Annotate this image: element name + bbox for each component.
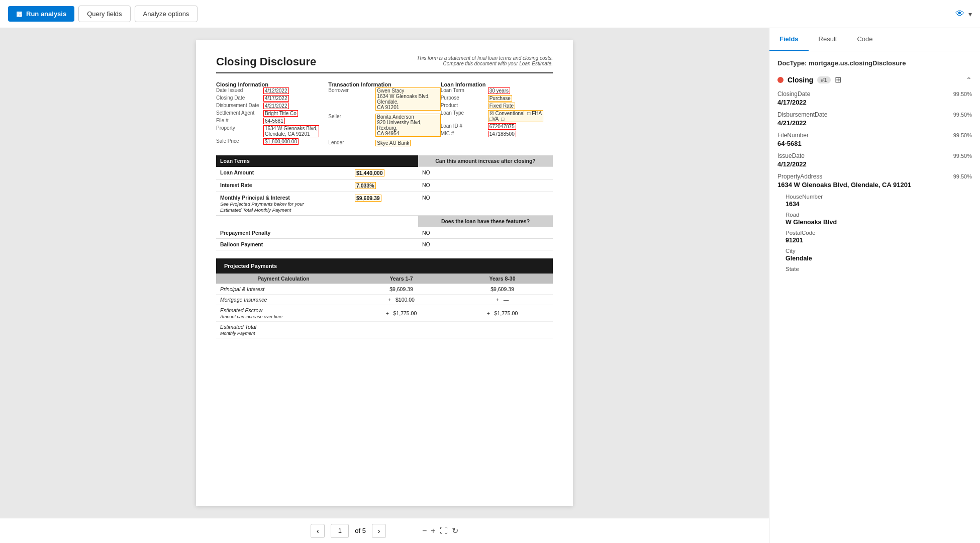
info-row: Loan Type☒ Conventional □ FHA□VA □ bbox=[441, 110, 553, 122]
field-section-header: Closing #1 ⊞ ⌃ bbox=[777, 75, 972, 84]
prev-page-button[interactable]: ‹ bbox=[311, 524, 325, 538]
tab-fields[interactable]: Fields bbox=[769, 28, 809, 51]
info-row: Lender Skye AU Bank bbox=[328, 140, 440, 146]
interest-rate-label: Interest Rate bbox=[216, 179, 351, 192]
analyze-options-button[interactable]: Analyze options bbox=[135, 6, 198, 22]
page-total: of 5 bbox=[355, 527, 366, 534]
total-years1-7 bbox=[351, 321, 452, 338]
page-number-input[interactable] bbox=[331, 524, 349, 538]
info-row: MIC #147188500 bbox=[441, 131, 553, 137]
info-row: Loan ID #672047875 bbox=[441, 123, 553, 130]
loan-terms-header: Loan Terms bbox=[216, 155, 351, 167]
monthly-pi-label: Monthly Principal & Interest See Project… bbox=[216, 192, 351, 215]
info-row: Closing Date4/17/2022 bbox=[216, 95, 328, 102]
section-title: Closing bbox=[788, 76, 813, 84]
info-row: Seller Bonita Anderson920 University Blv… bbox=[328, 114, 440, 137]
estimated-escrow-label: Estimated EscrowAmount can increase over… bbox=[216, 305, 351, 321]
document-viewer: Closing Disclosure This form is a statem… bbox=[0, 28, 769, 543]
escrow-years8-30: + $1,775.00 bbox=[452, 305, 553, 321]
loan-info-header: Loan Information bbox=[441, 81, 553, 87]
info-row: Sale Price$1,800,000.00 bbox=[216, 138, 328, 145]
info-row: ProductFixed Rate bbox=[441, 103, 553, 109]
toolbar: ▩ Run analysis Query fields Analyze opti… bbox=[0, 0, 980, 28]
projected-payments-label: Projected Payments bbox=[220, 261, 281, 271]
city-subfield: City Glendale bbox=[786, 248, 972, 262]
doc-header: Closing Disclosure This form is a statem… bbox=[216, 55, 553, 73]
file-number-field: FileNumber 99.50% 64-5681 bbox=[777, 132, 972, 147]
zoom-out-button[interactable]: − bbox=[422, 526, 427, 535]
payment-calc-col: Payment Calculation bbox=[216, 274, 351, 284]
run-analysis-button[interactable]: ▩ Run analysis bbox=[8, 6, 74, 22]
mi-years1-7: + $100.00 bbox=[351, 294, 452, 305]
prepayment-label: Prepayment Penalty bbox=[216, 227, 351, 238]
chart-icon: ▩ bbox=[16, 10, 22, 18]
next-page-button[interactable]: › bbox=[372, 524, 386, 538]
estimated-total-label: Estimated TotalMonthly Payment bbox=[216, 321, 351, 338]
postal-code-subfield: PostalCode 91201 bbox=[786, 230, 972, 244]
transaction-info-header: Transaction Information bbox=[328, 81, 440, 87]
info-row: File #64-5681 bbox=[216, 118, 328, 124]
closing-info-col: Closing Information Date Issued4/12/2022… bbox=[216, 81, 328, 147]
table-row: Does the loan have these features? bbox=[216, 215, 553, 227]
loan-terms-table: Loan Terms Can this amount increase afte… bbox=[216, 155, 553, 250]
closing-info-header: Closing Information bbox=[216, 81, 328, 87]
rotate-button[interactable]: ↻ bbox=[452, 526, 458, 535]
table-row: Balloon Payment NO bbox=[216, 238, 553, 250]
loan-info-col: Loan Information Loan Term30 years Purpo… bbox=[441, 81, 553, 147]
tab-code[interactable]: Code bbox=[847, 28, 883, 51]
zoom-in-button[interactable]: + bbox=[431, 526, 435, 535]
balloon-answer: NO bbox=[418, 238, 553, 250]
monthly-pi-answer: NO bbox=[418, 192, 553, 215]
eye-icon[interactable]: 👁 bbox=[955, 9, 964, 19]
loan-amount-label: Loan Amount bbox=[216, 167, 351, 179]
pi-years8-30: $9,609.39 bbox=[452, 284, 553, 294]
can-increase-header: Can this amount increase after closing? bbox=[418, 155, 553, 167]
tab-result[interactable]: Result bbox=[809, 28, 847, 51]
road-subfield: Road W Glenoaks Blvd bbox=[786, 212, 972, 226]
interest-rate-answer: NO bbox=[418, 179, 553, 192]
transaction-info-col: Transaction Information Borrower Gwen St… bbox=[328, 81, 440, 147]
state-subfield: State bbox=[786, 266, 972, 272]
loan-terms-value-header bbox=[351, 155, 418, 167]
pi-years1-7: $9,609.39 bbox=[351, 284, 452, 294]
closing-date-field: ClosingDate 99.50% 4/17/2022 bbox=[777, 90, 972, 106]
table-row: Monthly Principal & Interest See Project… bbox=[216, 192, 553, 215]
loan-amount-answer: NO bbox=[418, 167, 553, 179]
table-row: Principal & Interest $9,609.39 $9,609.39 bbox=[216, 284, 553, 294]
balloon-label: Balloon Payment bbox=[216, 238, 351, 250]
section-dot bbox=[777, 77, 783, 83]
principal-interest-label: Principal & Interest bbox=[216, 284, 351, 294]
table-row: Estimated EscrowAmount can increase over… bbox=[216, 305, 553, 321]
chevron-down-icon[interactable]: ▾ bbox=[968, 10, 972, 18]
does-loan-have-features-header: Does the loan have these features? bbox=[418, 215, 553, 227]
doc-info-grid: Closing Information Date Issued4/12/2022… bbox=[216, 81, 553, 147]
main-content: Closing Disclosure This form is a statem… bbox=[0, 28, 980, 543]
issue-date-field: IssueDate 99.50% 4/12/2022 bbox=[777, 152, 972, 168]
mi-years8-30: + — bbox=[452, 294, 553, 305]
query-fields-button[interactable]: Query fields bbox=[78, 6, 130, 22]
info-row: Date Issued4/12/2022 bbox=[216, 87, 328, 94]
grid-icon[interactable]: ⊞ bbox=[835, 75, 841, 84]
projected-payments-table: Projected Payments Payment Calculation Y… bbox=[216, 258, 553, 338]
right-panel: Fields Result Code DocType: mortgage.us.… bbox=[769, 28, 980, 543]
table-row: Interest Rate 7.033% NO bbox=[216, 179, 553, 192]
toolbar-icons: 👁 ▾ bbox=[955, 9, 972, 19]
table-row: Loan Amount $1,440,000 NO bbox=[216, 167, 553, 179]
fit-page-button[interactable]: ⛶ bbox=[440, 526, 448, 535]
info-row: Property1634 W Glenoaks Blvd,Glendale, C… bbox=[216, 125, 328, 137]
doc-subtitle: This form is a statement of final loan t… bbox=[412, 55, 553, 66]
document-page: Closing Disclosure This form is a statem… bbox=[196, 40, 573, 506]
document-scroll[interactable]: Closing Disclosure This form is a statem… bbox=[0, 28, 769, 518]
right-tabs: Fields Result Code bbox=[769, 28, 980, 51]
collapse-icon[interactable]: ⌃ bbox=[966, 76, 972, 84]
table-row: Prepayment Penalty NO bbox=[216, 227, 553, 238]
mortgage-insurance-label: Mortgage Insurance bbox=[216, 294, 351, 305]
loan-amount-value: $1,440,000 bbox=[351, 167, 418, 179]
info-row: Borrower Gwen Stacy1634 W Glenoaks Blvd,… bbox=[328, 87, 440, 111]
interest-rate-value: 7.033% bbox=[351, 179, 418, 192]
table-row: Payment Calculation Years 1-7 Years 8-30 bbox=[216, 274, 553, 284]
section-badge: #1 bbox=[817, 76, 830, 83]
zoom-controls: − + ⛶ ↻ bbox=[422, 526, 458, 535]
doc-title: Closing Disclosure bbox=[216, 55, 316, 68]
info-row: Loan Term30 years bbox=[441, 87, 553, 94]
